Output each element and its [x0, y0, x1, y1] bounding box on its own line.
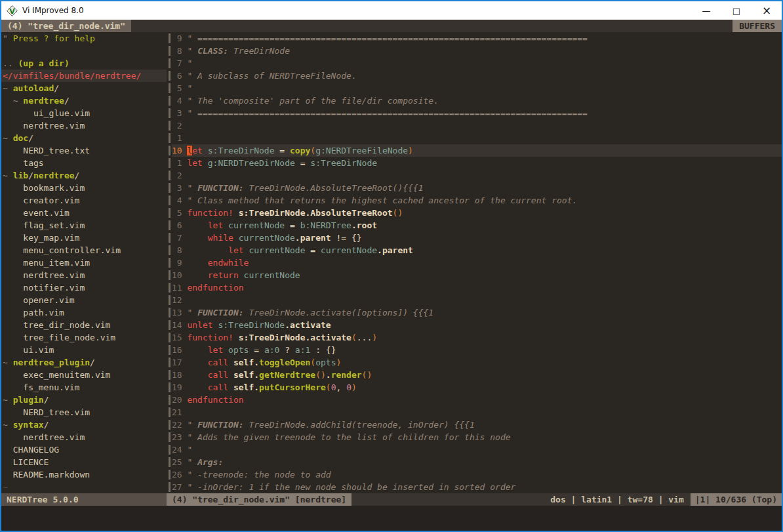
tree-item[interactable]: path.vim: [1, 306, 167, 319]
line-number: 3: [172, 107, 187, 119]
code-line[interactable]: 5": [172, 82, 782, 94]
main-area: " Press ? for help.. (up a dir)</vimfile…: [1, 32, 782, 493]
code-line[interactable]: 1: [172, 132, 782, 144]
text-segment: a:1: [295, 345, 310, 355]
code-line[interactable]: 4" Class method that returns the highest…: [172, 194, 782, 207]
tree-item[interactable]: nerdtree.vim: [1, 269, 167, 281]
maximize-button[interactable]: □: [721, 1, 752, 20]
line-number: 9: [172, 32, 187, 45]
code-line[interactable]: 10let s:TreeDirNode = copy(g:NERDTreeFil…: [172, 144, 782, 157]
tree-item[interactable]: notifier.vim: [1, 281, 167, 294]
tree-item[interactable]: menu_item.vim: [1, 256, 167, 269]
code-line[interactable]: 18 call self.getNerdtree().render(): [172, 369, 782, 381]
code-line[interactable]: 7": [172, 57, 782, 70]
code-line[interactable]: 7 while currentNode.parent != {}: [172, 232, 782, 244]
tree-item[interactable]: tree_dir_node.vim: [1, 319, 167, 331]
code-line[interactable]: 16 let opts = a:0 ? a:1 : {}: [172, 344, 782, 356]
code-line[interactable]: 8 let currentNode = currentNode.parent: [172, 244, 782, 256]
code-line[interactable]: 20endfunction: [172, 394, 782, 406]
tree-item[interactable]: ~: [1, 481, 167, 493]
code-line[interactable]: 22" FUNCTION: TreeDirNode.addChild(treen…: [172, 419, 782, 431]
tree-item[interactable]: fs_menu.vim: [1, 381, 167, 394]
tree-item[interactable]: ~ nerdtree/: [1, 94, 167, 107]
tree-item[interactable]: nerdtree.vim: [1, 431, 167, 443]
code-line[interactable]: 8" CLASS: TreeDirNode: [172, 45, 782, 57]
tree-item[interactable]: ~ plugin/: [1, 394, 167, 406]
code-line[interactable]: 24": [172, 443, 782, 456]
tree-item[interactable]: CHANGELOG: [1, 443, 167, 456]
line-number: 5: [172, 207, 187, 219]
line-number: 14: [172, 319, 187, 331]
code-line[interactable]: 15function! s:TreeDirNode.activate(...): [172, 331, 782, 344]
code-line[interactable]: 1let g:NERDTreeDirNode = s:TreeDirNode: [172, 157, 782, 169]
tree-item[interactable]: ~ nerdtree_plugin/: [1, 356, 167, 369]
code-line[interactable]: 6" A subclass of NERDTreeFileNode.: [172, 70, 782, 82]
nerdtree-panel: " Press ? for help.. (up a dir)</vimfile…: [1, 32, 167, 493]
tree-item[interactable]: .. (up a dir): [1, 57, 167, 70]
text-segment: LICENCE: [3, 457, 49, 467]
text-segment: [187, 220, 207, 230]
tree-item[interactable]: tags: [1, 157, 167, 169]
text-segment: (: [351, 333, 357, 342]
code-line[interactable]: 27" -inOrder: 1 if the new node should b…: [172, 481, 782, 493]
tree-item[interactable]: exec_menuitem.vim: [1, 369, 167, 381]
tree-item[interactable]: tree_file_node.vim: [1, 331, 167, 344]
code-line[interactable]: 10 return currentNode: [172, 269, 782, 281]
tree-item[interactable]: key_map.vim: [1, 232, 167, 244]
tree-item[interactable]: NERD_tree.txt: [1, 144, 167, 157]
line-number: 3: [172, 182, 187, 194]
code-line[interactable]: 12: [172, 294, 782, 306]
text-segment: doc: [13, 133, 28, 143]
code-line[interactable]: 23" Adds the given treenode to the list …: [172, 431, 782, 443]
titlebar: V Vi IMproved 8.0 — □ ×: [1, 1, 782, 20]
tree-item[interactable]: opener.vim: [1, 294, 167, 306]
text-segment: [203, 158, 208, 168]
tree-item[interactable]: flag_set.vim: [1, 219, 167, 232]
line-number: 19: [172, 381, 187, 394]
code-line[interactable]: 11endfunction: [172, 281, 782, 294]
tree-item[interactable]: event.vim: [1, 207, 167, 219]
window-separator[interactable]: [167, 32, 172, 493]
tree-item[interactable]: bookmark.vim: [1, 182, 167, 194]
tree-item[interactable]: ui_glue.vim: [1, 107, 167, 119]
tree-item[interactable]: [1, 45, 167, 57]
code-line[interactable]: 13" FUNCTION: TreeDirNode.activate([opti…: [172, 306, 782, 319]
line-number: 10: [172, 144, 187, 157]
code-line[interactable]: 25" Args:: [172, 456, 782, 468]
text-segment: CHANGELOG: [3, 445, 59, 455]
tree-item[interactable]: NERD_tree.vim: [1, 406, 167, 419]
text-segment: 0: [346, 382, 351, 392]
code-line[interactable]: 17 call self.toggleOpen(opts): [172, 356, 782, 369]
minimize-button[interactable]: —: [691, 1, 721, 20]
code-line[interactable]: 3" =====================================…: [172, 107, 782, 119]
code-line[interactable]: 19 call self.putCursorHere(0, 0): [172, 381, 782, 394]
tree-item[interactable]: creator.vim: [1, 194, 167, 207]
code-line[interactable]: 3" FUNCTION: TreeDirNode.AbsoluteTreeRoo…: [172, 182, 782, 194]
code-line[interactable]: 6 let currentNode = b:NERDTree.root: [172, 219, 782, 232]
tree-item[interactable]: nerdtree.vim: [1, 119, 167, 132]
tree-item[interactable]: ~ syntax/: [1, 419, 167, 431]
code-line[interactable]: 5function! s:TreeDirNode.AbsoluteTreeRoo…: [172, 207, 782, 219]
tree-item[interactable]: menu_controller.vim: [1, 244, 167, 256]
text-segment: ~: [3, 83, 13, 93]
code-line[interactable]: 2: [172, 119, 782, 132]
tree-item[interactable]: ~ autoload/: [1, 82, 167, 94]
code-line[interactable]: 9" =====================================…: [172, 32, 782, 45]
code-line[interactable]: 9 endwhile: [172, 256, 782, 269]
tree-item[interactable]: LICENCE: [1, 456, 167, 468]
code-line[interactable]: 14unlet s:TreeDirNode.activate: [172, 319, 782, 331]
tree-item[interactable]: </vimfiles/bundle/nerdtree/: [1, 70, 167, 82]
code-line[interactable]: 26" -treenode: the node to add: [172, 468, 782, 481]
tree-item[interactable]: " Press ? for help: [1, 32, 167, 45]
code-line[interactable]: 21: [172, 406, 782, 419]
tree-item[interactable]: README.markdown: [1, 468, 167, 481]
tree-item[interactable]: ~ lib/nerdtree/: [1, 169, 167, 182]
text-segment: autoload: [13, 83, 54, 93]
code-line[interactable]: 4" The 'composite' part of the file/dir …: [172, 94, 782, 107]
tree-item[interactable]: ui.vim: [1, 344, 167, 356]
close-button[interactable]: ×: [752, 1, 782, 20]
tab-tree-dir-node[interactable]: (4) "tree_dir_node.vim": [1, 20, 131, 32]
line-number: 15: [172, 331, 187, 344]
code-line[interactable]: 2: [172, 169, 782, 182]
tree-item[interactable]: ~ doc/: [1, 132, 167, 144]
